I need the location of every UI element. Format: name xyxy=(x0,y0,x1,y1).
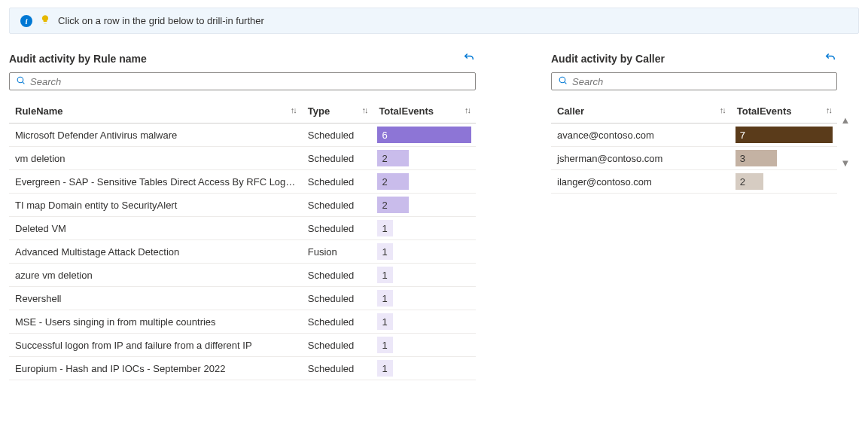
rule-type-cell: Scheduled xyxy=(302,147,373,170)
table-row[interactable]: Microsoft Defender Antivirus malwareSche… xyxy=(9,124,476,147)
rule-table-scroll[interactable]: Microsoft Defender Antivirus malwareSche… xyxy=(9,124,476,380)
sort-icon: ↑↓ xyxy=(826,105,831,114)
rule-type-cell: Scheduled xyxy=(302,287,373,310)
search-icon xyxy=(16,75,26,87)
rule-total-cell: 6 xyxy=(373,124,476,147)
rule-type-cell: Fusion xyxy=(302,240,373,264)
rule-table: RuleName↑↓ Type↑↓ TotalEvents↑↓ xyxy=(9,101,476,124)
svg-line-3 xyxy=(565,82,567,84)
table-row[interactable]: TI map Domain entity to SecurityAlertSch… xyxy=(9,194,476,217)
caller-total-cell: 2 xyxy=(731,170,837,194)
rule-type-cell: Scheduled xyxy=(302,124,373,147)
rule-type-cell: Scheduled xyxy=(302,264,373,287)
caller-cell: jsherman@contoso.com xyxy=(551,147,731,170)
chevron-up-icon[interactable]: ▲ xyxy=(841,114,851,126)
col-header-totalevents[interactable]: TotalEvents↑↓ xyxy=(373,101,476,124)
table-row[interactable]: Advanced Multistage Attack DetectionFusi… xyxy=(9,240,476,264)
svg-point-2 xyxy=(559,77,565,83)
table-row[interactable]: RevershellScheduled1 xyxy=(9,287,476,310)
table-row[interactable]: vm deletionScheduled2 xyxy=(9,147,476,170)
col-header-type[interactable]: Type↑↓ xyxy=(302,101,373,124)
rule-name-cell: Successful logon from IP and failure fro… xyxy=(9,334,302,357)
sort-icon: ↑↓ xyxy=(464,105,470,114)
rule-total-cell: 2 xyxy=(373,147,476,170)
search-box-rule[interactable] xyxy=(9,72,476,90)
table-row[interactable]: jsherman@contoso.com3 xyxy=(551,147,837,170)
rule-total-cell: 1 xyxy=(373,217,476,240)
rule-total-cell: 1 xyxy=(373,334,476,357)
sort-icon: ↑↓ xyxy=(291,105,296,114)
rule-total-cell: 1 xyxy=(373,264,476,287)
rule-name-cell: Europium - Hash and IP IOCs - September … xyxy=(9,357,302,380)
caller-scroll-indicator[interactable]: ▲ ▼ xyxy=(840,114,851,169)
rule-total-cell: 2 xyxy=(373,194,476,217)
col-header-rulename[interactable]: RuleName↑↓ xyxy=(9,101,302,124)
lightbulb-icon xyxy=(40,14,50,27)
table-row[interactable]: azure vm deletionScheduled1 xyxy=(9,264,476,287)
col-header-caller[interactable]: Caller↑↓ xyxy=(551,101,731,124)
panel-rule-name: Audit activity by Rule name RuleName↑↓ T… xyxy=(9,50,476,380)
rule-name-cell: vm deletion xyxy=(9,147,302,170)
table-row[interactable]: MSE - Users singing in from multiple cou… xyxy=(9,310,476,334)
caller-table: Caller↑↓ TotalEvents↑↓ avance@contoso.co… xyxy=(551,101,837,194)
table-row[interactable]: Successful logon from IP and failure fro… xyxy=(9,334,476,357)
rule-total-cell: 1 xyxy=(373,357,476,380)
rule-type-cell: Scheduled xyxy=(302,334,373,357)
rule-name-cell: TI map Domain entity to SecurityAlert xyxy=(9,194,302,217)
undo-icon[interactable] xyxy=(462,50,476,66)
undo-icon[interactable] xyxy=(824,50,837,66)
rule-name-cell: Deleted VM xyxy=(9,217,302,240)
rule-name-cell: MSE - Users singing in from multiple cou… xyxy=(9,310,302,334)
table-row[interactable]: ilanger@contoso.com2 xyxy=(551,170,837,194)
rule-total-cell: 1 xyxy=(373,240,476,264)
caller-cell: ilanger@contoso.com xyxy=(551,170,731,194)
svg-line-1 xyxy=(23,82,25,84)
chevron-down-icon[interactable]: ▼ xyxy=(841,157,851,169)
info-text: Click on a row in the grid below to dril… xyxy=(58,15,264,26)
table-row[interactable]: Europium - Hash and IP IOCs - September … xyxy=(9,357,476,380)
rule-name-cell: azure vm deletion xyxy=(9,264,302,287)
panel-caller: Audit activity by Caller Caller↑↓ TotalE… xyxy=(551,50,837,194)
caller-cell: avance@contoso.com xyxy=(551,124,731,147)
rule-type-cell: Scheduled xyxy=(302,170,373,194)
rule-name-cell: Revershell xyxy=(9,287,302,310)
table-row[interactable]: Deleted VMScheduled1 xyxy=(9,217,476,240)
rule-name-cell: Microsoft Defender Antivirus malware xyxy=(9,124,302,147)
svg-point-0 xyxy=(17,77,23,83)
search-input-rule[interactable] xyxy=(30,76,469,87)
rule-total-cell: 2 xyxy=(373,170,476,194)
rule-type-cell: Scheduled xyxy=(302,194,373,217)
search-box-caller[interactable] xyxy=(551,72,837,90)
table-row[interactable]: avance@contoso.com7 xyxy=(551,124,837,147)
info-icon: i xyxy=(20,15,32,27)
col-header-totalevents-caller[interactable]: TotalEvents↑↓ xyxy=(731,101,837,124)
rule-type-cell: Scheduled xyxy=(302,310,373,334)
rule-type-cell: Scheduled xyxy=(302,357,373,380)
rule-type-cell: Scheduled xyxy=(302,217,373,240)
search-input-caller[interactable] xyxy=(572,76,830,87)
rule-name-cell: Evergreen - SAP - Sensitive Tables Direc… xyxy=(9,170,302,194)
caller-total-cell: 3 xyxy=(731,147,837,170)
info-bar: i Click on a row in the grid below to dr… xyxy=(9,8,859,34)
rule-name-cell: Advanced Multistage Attack Detection xyxy=(9,240,302,264)
rule-total-cell: 1 xyxy=(373,310,476,334)
panel-title-caller: Audit activity by Caller xyxy=(551,53,665,65)
sort-icon: ↑↓ xyxy=(361,105,367,114)
rule-total-cell: 1 xyxy=(373,287,476,310)
search-icon xyxy=(558,75,568,87)
sort-icon: ↑↓ xyxy=(720,105,725,114)
table-row[interactable]: Evergreen - SAP - Sensitive Tables Direc… xyxy=(9,170,476,194)
panel-title-rule: Audit activity by Rule name xyxy=(9,53,147,65)
caller-total-cell: 7 xyxy=(731,124,837,147)
